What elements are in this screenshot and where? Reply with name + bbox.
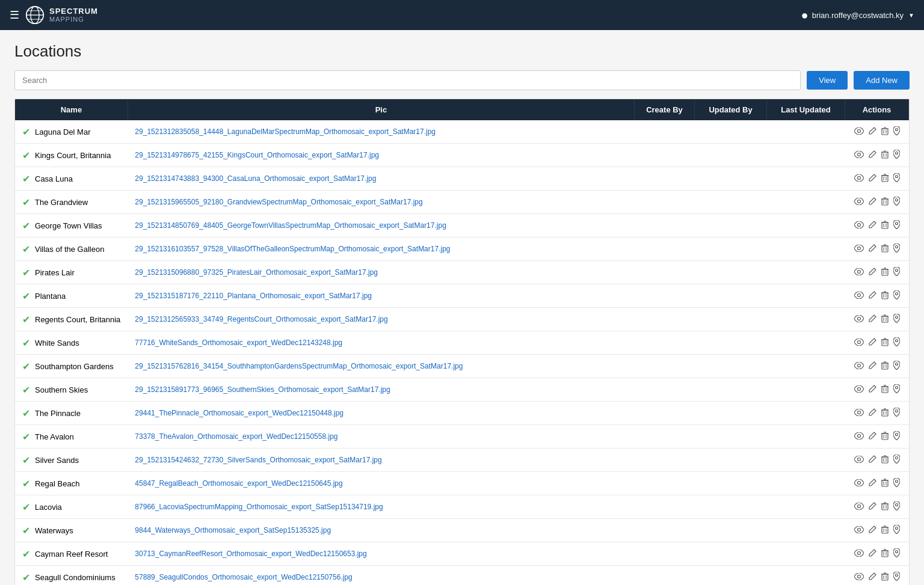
view-row-button[interactable] <box>852 196 866 208</box>
delete-row-button[interactable] <box>879 196 890 209</box>
delete-row-button[interactable] <box>879 266 890 279</box>
view-button[interactable]: View <box>807 71 848 90</box>
location-row-button[interactable] <box>892 172 902 185</box>
edit-row-button[interactable] <box>867 501 878 513</box>
delete-row-button[interactable] <box>879 243 890 256</box>
delete-row-button[interactable] <box>879 149 890 162</box>
view-row-button[interactable] <box>852 313 866 325</box>
add-new-button[interactable]: Add New <box>854 71 910 90</box>
edit-row-button[interactable] <box>867 313 878 325</box>
check-icon: ✔ <box>22 267 30 278</box>
hamburger-icon[interactable]: ☰ <box>10 8 19 22</box>
location-row-button[interactable] <box>892 242 902 256</box>
delete-row-button[interactable] <box>879 571 890 584</box>
location-row-button[interactable] <box>892 383 902 396</box>
location-row-button[interactable] <box>892 571 902 584</box>
delete-row-button[interactable] <box>879 313 890 326</box>
edit-row-button[interactable] <box>867 243 878 255</box>
cell-pic: 29_1521312835058_14448_LagunaDelMarSpect… <box>128 120 634 144</box>
view-row-button[interactable] <box>852 149 866 161</box>
cell-actions <box>845 472 909 495</box>
delete-row-button[interactable] <box>879 360 890 373</box>
check-icon: ✔ <box>22 220 30 231</box>
location-row-button[interactable] <box>892 219 902 232</box>
edit-row-button[interactable] <box>867 173 878 185</box>
delete-row-button[interactable] <box>879 548 890 560</box>
search-input[interactable] <box>14 70 801 90</box>
svg-point-47 <box>857 271 860 274</box>
location-row-button[interactable] <box>892 195 902 209</box>
edit-row-button[interactable] <box>867 126 878 138</box>
cell-lastupdated <box>767 495 845 519</box>
edit-row-button[interactable] <box>867 290 878 302</box>
check-icon: ✔ <box>22 408 30 419</box>
delete-row-button[interactable] <box>879 501 890 513</box>
view-row-button[interactable] <box>852 384 866 396</box>
edit-row-button[interactable] <box>867 454 878 466</box>
view-row-button[interactable] <box>852 243 866 255</box>
location-row-button[interactable] <box>892 360 902 373</box>
location-row-button[interactable] <box>892 289 902 302</box>
edit-row-button[interactable] <box>867 407 878 419</box>
view-row-button[interactable] <box>852 477 866 489</box>
location-row-button[interactable] <box>892 500 902 513</box>
cell-lastupdated <box>767 261 845 284</box>
location-row-button[interactable] <box>892 524 902 537</box>
view-row-button[interactable] <box>852 501 866 513</box>
edit-row-button[interactable] <box>867 384 878 396</box>
view-row-button[interactable] <box>852 571 866 583</box>
edit-row-button[interactable] <box>867 477 878 489</box>
edit-row-button[interactable] <box>867 219 878 231</box>
cell-createby <box>635 144 695 167</box>
location-row-button[interactable] <box>892 547 902 560</box>
location-row-button[interactable] <box>892 453 902 467</box>
location-row-button[interactable] <box>892 336 902 349</box>
location-row-button[interactable] <box>892 313 902 326</box>
row-name-label: The Grandview <box>35 198 88 207</box>
edit-row-button[interactable] <box>867 571 878 583</box>
edit-row-button[interactable] <box>867 524 878 536</box>
location-row-button[interactable] <box>892 149 902 162</box>
delete-row-button[interactable] <box>879 337 890 349</box>
edit-row-button[interactable] <box>867 548 878 560</box>
location-row-button[interactable] <box>892 406 902 420</box>
view-row-button[interactable] <box>852 360 866 372</box>
edit-row-button[interactable] <box>867 430 878 443</box>
view-row-button[interactable] <box>852 126 866 138</box>
cell-pic: 45847_RegalBeach_Orthomosaic_export_WedD… <box>128 472 634 495</box>
header-right[interactable]: ● brian.roffey@costwatch.ky ▼ <box>801 8 914 22</box>
view-row-button[interactable] <box>852 219 866 231</box>
view-row-button[interactable] <box>852 454 866 466</box>
edit-row-button[interactable] <box>867 266 878 278</box>
delete-row-button[interactable] <box>879 173 890 185</box>
header: ☰ SPECTRUM MAPPING ● brian.roffey@costwa… <box>0 0 924 30</box>
delete-row-button[interactable] <box>879 407 890 420</box>
location-row-button[interactable] <box>892 125 902 138</box>
view-row-button[interactable] <box>852 266 866 278</box>
view-row-button[interactable] <box>852 548 866 560</box>
view-row-button[interactable] <box>852 407 866 419</box>
delete-row-button[interactable] <box>879 524 890 537</box>
view-row-button[interactable] <box>852 173 866 185</box>
delete-row-button[interactable] <box>879 430 890 443</box>
delete-row-button[interactable] <box>879 219 890 232</box>
svg-rect-118 <box>882 504 888 510</box>
edit-row-button[interactable] <box>867 196 878 208</box>
location-row-button[interactable] <box>892 430 902 443</box>
view-row-button[interactable] <box>852 337 866 349</box>
delete-row-button[interactable] <box>879 384 890 396</box>
delete-row-button[interactable] <box>879 290 890 302</box>
edit-row-button[interactable] <box>867 149 878 161</box>
view-row-button[interactable] <box>852 290 866 302</box>
delete-row-button[interactable] <box>879 126 890 138</box>
location-row-button[interactable] <box>892 477 902 490</box>
edit-row-button[interactable] <box>867 360 878 372</box>
delete-row-button[interactable] <box>879 454 890 467</box>
cell-updatedby <box>695 402 767 425</box>
view-row-button[interactable] <box>852 524 866 536</box>
location-row-button[interactable] <box>892 266 902 279</box>
cell-lastupdated <box>767 566 845 586</box>
delete-row-button[interactable] <box>879 477 890 490</box>
edit-row-button[interactable] <box>867 337 878 349</box>
view-row-button[interactable] <box>852 430 866 443</box>
